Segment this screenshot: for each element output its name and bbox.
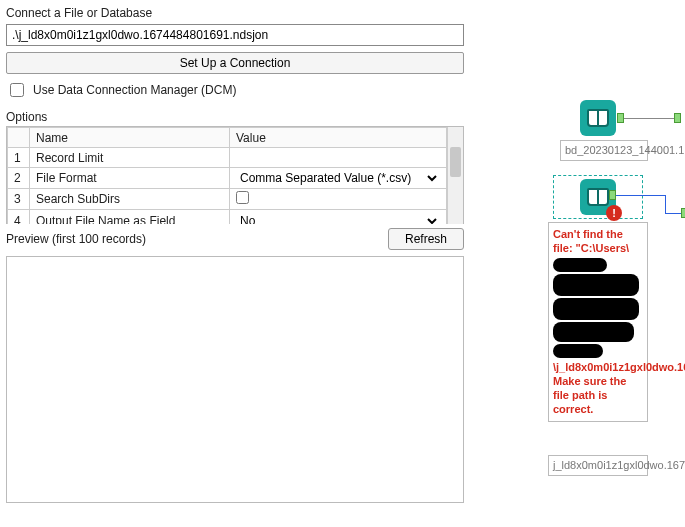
table-row: 4 Output File Name as Field No xyxy=(8,210,447,225)
col-index xyxy=(8,128,30,148)
options-table-container: Name Value 1 Record Limit 2 File Format … xyxy=(6,126,464,224)
node-caption: j_ld8x0m0i1z1gxl0dwo.1674484801691.ndsjo… xyxy=(548,455,648,476)
input-tool-node[interactable] xyxy=(580,100,616,136)
error-annotation: Can't find the file: "C:\Users\ \j_ld8x0… xyxy=(548,222,648,422)
options-scrollbar[interactable] xyxy=(447,127,463,224)
input-tool-node-selected[interactable]: ! xyxy=(553,175,643,219)
option-name: Search SubDirs xyxy=(30,189,230,210)
table-header-row: Name Value xyxy=(8,128,447,148)
col-name: Name xyxy=(30,128,230,148)
redaction-block xyxy=(553,322,634,342)
config-panel: Connect a File or Database Set Up a Conn… xyxy=(0,0,470,507)
table-row: 2 File Format Comma Separated Value (*.c… xyxy=(8,168,447,189)
redaction-block xyxy=(553,258,607,272)
error-text-lead: Can't find the file: "C:\Users\ xyxy=(553,228,629,254)
panel-title: Connect a File or Database xyxy=(6,6,464,20)
file-path-input[interactable] xyxy=(6,24,464,46)
error-text-tail: \j_ld8x0m0i1z1gxl0dwo.1674484801691.ndsj… xyxy=(553,361,685,416)
redaction-block xyxy=(553,298,639,320)
output-anchor[interactable] xyxy=(609,190,616,200)
redaction-block xyxy=(553,344,603,358)
redaction-block xyxy=(553,274,639,296)
option-value[interactable] xyxy=(230,189,447,210)
output-filename-select[interactable]: No xyxy=(236,213,440,224)
input-anchor[interactable] xyxy=(674,113,681,123)
output-anchor[interactable] xyxy=(617,113,624,123)
row-index: 3 xyxy=(8,189,30,210)
file-format-select[interactable]: Comma Separated Value (*.csv) xyxy=(236,170,440,186)
row-index: 1 xyxy=(8,148,30,168)
preview-label: Preview (first 100 records) xyxy=(6,232,146,246)
options-table: Name Value 1 Record Limit 2 File Format … xyxy=(7,127,447,224)
dcm-checkbox[interactable] xyxy=(10,83,24,97)
refresh-button[interactable]: Refresh xyxy=(388,228,464,250)
option-name: Output File Name as Field xyxy=(30,210,230,225)
node-caption: bd_20230123_144001.1.csv xyxy=(560,140,648,161)
setup-connection-button[interactable]: Set Up a Connection xyxy=(6,52,464,74)
col-value: Value xyxy=(230,128,447,148)
error-badge-icon: ! xyxy=(606,205,622,221)
input-anchor[interactable] xyxy=(681,208,685,218)
option-value[interactable]: No xyxy=(230,210,447,225)
workflow-canvas[interactable]: bd_20230123_144001.1.csv ! Can't find th… xyxy=(485,0,685,527)
options-heading: Options xyxy=(6,110,464,124)
search-subdirs-checkbox[interactable] xyxy=(236,191,249,204)
row-index: 4 xyxy=(8,210,30,225)
option-name: Record Limit xyxy=(30,148,230,168)
option-value[interactable]: Comma Separated Value (*.csv) xyxy=(230,168,447,189)
connector xyxy=(665,195,666,213)
dcm-row: Use Data Connection Manager (DCM) xyxy=(6,80,464,100)
preview-area xyxy=(6,256,464,503)
row-index: 2 xyxy=(8,168,30,189)
table-row: 1 Record Limit xyxy=(8,148,447,168)
book-icon xyxy=(587,188,609,206)
connector xyxy=(624,118,674,119)
option-name: File Format xyxy=(30,168,230,189)
connector xyxy=(616,195,666,196)
dcm-label: Use Data Connection Manager (DCM) xyxy=(33,83,236,97)
table-row: 3 Search SubDirs xyxy=(8,189,447,210)
option-value[interactable] xyxy=(230,148,447,168)
preview-header: Preview (first 100 records) Refresh xyxy=(6,228,464,250)
book-icon xyxy=(587,109,609,127)
